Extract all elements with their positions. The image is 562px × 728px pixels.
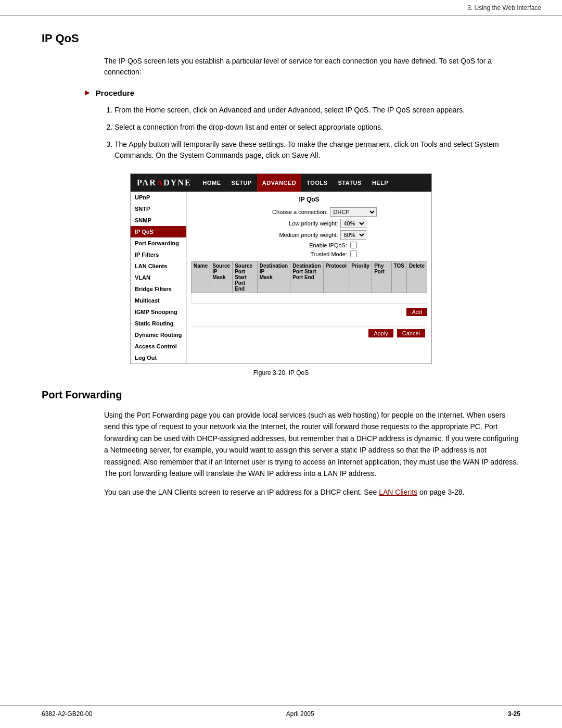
medium-priority-select[interactable]: 60% [340, 230, 366, 240]
sidebar-item-igmpsnooping[interactable]: IGMP Snooping [131, 306, 186, 318]
footer-left: 6382-A2-GB20-00 [42, 710, 92, 718]
procedure-label: Procedure [96, 89, 134, 97]
th-tos: TOS [391, 262, 406, 293]
content-area: IP QoS The IP QoS screen lets you establ… [0, 16, 562, 521]
nav-tools[interactable]: TOOLS [301, 174, 333, 192]
pf-para1: Using the Port Forwarding page you can p… [104, 409, 520, 479]
sidebar-item-portforwarding[interactable]: Port Forwarding [131, 237, 186, 249]
enable-ipqos-label: Enable IPQoS: [261, 242, 347, 248]
header-text: 3. Using the Web Interface [467, 4, 541, 11]
ui-screenshot: PARADYNE HOME SETUP ADVANCED TOOLS STATU… [130, 173, 432, 364]
sidebar-item-bridgefilters[interactable]: Bridge Filters [131, 283, 186, 295]
pf-para2-prefix: You can use the LAN Clients screen to re… [104, 488, 379, 496]
bottom-buttons: Apply Cancel [191, 327, 427, 340]
th-delete: Delete [406, 262, 427, 293]
sidebar-item-dynamicrouting[interactable]: Dynamic Routing [131, 329, 186, 341]
ui-body: UPnP SNTP SNMP IP QoS Port Forwarding IP… [131, 192, 431, 363]
section-port-forwarding: Port Forwarding Using the Port Forwardin… [42, 389, 520, 498]
form-medium-priority-row: Medium priority weight: 60% [191, 230, 427, 240]
ui-sidebar: UPnP SNTP SNMP IP QoS Port Forwarding IP… [131, 192, 187, 363]
nav-logo: PARADYNE [131, 174, 198, 192]
footer-right: 3-25 [508, 710, 520, 718]
sidebar-item-vlan[interactable]: VLAN [131, 272, 186, 283]
th-name: Name [191, 262, 210, 293]
th-protocol: Protocol [323, 262, 349, 293]
th-dest-port: DestinationPort StartPort End [290, 262, 323, 293]
sidebar-item-ipqos[interactable]: IP QoS [131, 226, 186, 237]
page-header: 3. Using the Web Interface [0, 0, 562, 16]
form-trusted-mode-row: Trusted Mode: [191, 250, 427, 257]
sidebar-item-accesscontrol[interactable]: Access Control [131, 341, 186, 352]
step-3: The Apply button will temporarily save t… [114, 139, 520, 161]
sidebar-item-logout[interactable]: Log Out [131, 352, 186, 363]
step-1: From the Home screen, click on Advanced … [114, 105, 520, 116]
enable-ipqos-checkbox[interactable] [350, 242, 357, 248]
sidebar-item-multicast[interactable]: Multicast [131, 295, 186, 306]
procedure-list: From the Home screen, click on Advanced … [114, 105, 520, 161]
section-title-ipqos: IP QoS [42, 32, 520, 45]
sidebar-item-staticrouting[interactable]: Static Routing [131, 318, 186, 329]
nav-items: HOME SETUP ADVANCED TOOLS STATUS HELP [198, 174, 394, 192]
low-priority-label: Low priority weight: [252, 220, 338, 227]
nav-advanced[interactable]: ADVANCED [257, 174, 302, 192]
form-low-priority-row: Low priority weight: 40% [191, 219, 427, 228]
th-phy-port: Phy Port [372, 262, 391, 293]
nav-home[interactable]: HOME [198, 174, 226, 192]
add-button[interactable]: Add [406, 308, 427, 316]
procedure-arrow-icon: ► [83, 88, 92, 97]
step-2: Select a connection from the drop-down l… [114, 122, 520, 133]
th-source-port: SourcePort StartPort End [233, 262, 258, 293]
logo-para: PAR [137, 178, 157, 187]
page-footer: 6382-A2-GB20-00 April 2005 3-25 [0, 706, 562, 718]
panel-title: IP QoS [191, 196, 427, 203]
section-title-pf: Port Forwarding [42, 389, 520, 401]
intro-text: The IP QoS screen lets you establish a p… [104, 56, 520, 78]
nav-setup[interactable]: SETUP [226, 174, 257, 192]
qos-table: Name SourceIPMask SourcePort StartPort E… [191, 261, 427, 304]
connection-label: Choose a connection: [242, 209, 328, 215]
sidebar-item-snmp[interactable]: SNMP [131, 215, 186, 226]
logo-dyne: DYNE [163, 178, 191, 187]
nav-status[interactable]: STATUS [333, 174, 367, 192]
pf-para2-suffix: on page 3-28. [417, 488, 464, 496]
apply-button[interactable]: Apply [368, 329, 393, 337]
sidebar-item-upnp[interactable]: UPnP [131, 192, 186, 203]
nav-help[interactable]: HELP [367, 174, 393, 192]
low-priority-select[interactable]: 40% [340, 219, 366, 228]
th-source-ip: SourceIPMask [210, 262, 233, 293]
th-priority: Priority [349, 262, 372, 293]
sidebar-item-sntp[interactable]: SNTP [131, 203, 186, 215]
page-container: 3. Using the Web Interface IP QoS The IP… [0, 0, 562, 728]
procedure-heading: ► Procedure [83, 88, 520, 97]
medium-priority-label: Medium priority weight: [252, 232, 338, 238]
sidebar-item-ipfilters[interactable]: IP Filters [131, 249, 186, 260]
form-connection-row: Choose a connection: DHCP [191, 207, 427, 217]
th-dest-ip: DestinationIPMask [257, 262, 290, 293]
connection-select[interactable]: DHCP [330, 207, 377, 217]
trusted-mode-label: Trusted Mode: [261, 251, 347, 257]
sidebar-item-lanclients[interactable]: LAN Clients [131, 260, 186, 272]
trusted-mode-checkbox[interactable] [350, 250, 357, 257]
ui-main: IP QoS Choose a connection: DHCP Low pri… [187, 192, 431, 363]
pf-para2: You can use the LAN Clients screen to re… [104, 486, 520, 498]
footer-center: April 2005 [286, 710, 314, 718]
form-enable-ipqos-row: Enable IPQoS: [191, 242, 427, 248]
logo-a: A [157, 178, 164, 187]
lan-clients-link[interactable]: LAN Clients [379, 488, 417, 496]
nav-bar: PARADYNE HOME SETUP ADVANCED TOOLS STATU… [131, 174, 431, 192]
cancel-button[interactable]: Cancel [397, 329, 425, 337]
figure-caption: Figure 3-20. IP QoS [42, 369, 520, 376]
table-empty-row [191, 293, 427, 304]
